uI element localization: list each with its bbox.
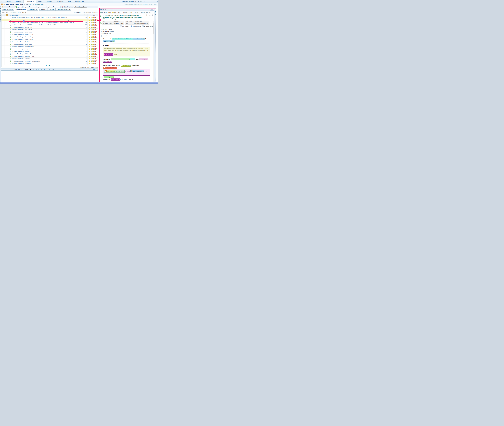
- print-icon[interactable]: [94, 53, 95, 55]
- page-number[interactable]: 10: [44, 69, 45, 70]
- nav-item-help[interactable]: ?Help: [138, 1, 142, 2]
- text-direction-icon[interactable]: [120, 26, 122, 27]
- image-icon[interactable]: [91, 39, 92, 40]
- avatar[interactable]: [144, 1, 145, 2]
- network-link[interactable]: Network: [62, 6, 68, 7]
- delete-icon[interactable]: ✕: [95, 27, 97, 28]
- nav-item-services[interactable]: Services: [129, 1, 136, 2]
- table-row[interactable]: ›-Persistent Data: Image - Fumio Kishida…: [1, 43, 98, 45]
- remove-doc-button[interactable]: [21, 6, 22, 8]
- nav-item-networks[interactable]: Networks: [44, 0, 54, 3]
- download-doc-button[interactable]: [19, 6, 21, 8]
- similarity-checkbox[interactable]: [74, 12, 76, 13]
- table-row[interactable]: ›-Persistent Data: Image - Vladimir Puti…: [1, 26, 98, 28]
- print-icon[interactable]: [94, 31, 95, 33]
- table-row[interactable]: ›-Persistent Data: Image - Frederick Kag…: [1, 33, 98, 36]
- delete-icon[interactable]: ✕: [95, 46, 97, 47]
- document-title-link[interactable]: Zelensky On Destroying Russian Su-24M: W…: [12, 17, 67, 18]
- geo-locations-button[interactable]: 13 Geo-locations: [100, 12, 111, 13]
- nav-item-apps[interactable]: Apps: [66, 0, 73, 3]
- row-expander[interactable]: ›: [1, 31, 5, 33]
- image-icon[interactable]: [91, 19, 92, 21]
- chevron-down-icon[interactable]: [157, 1, 158, 2]
- tag-icon[interactable]: [92, 61, 94, 62]
- page-size-value[interactable]: 20: [21, 69, 22, 70]
- add-documents-button[interactable]: + Add Documents: [24, 6, 36, 8]
- entity-gpe[interactable]: 2Russian (GPE): [105, 70, 116, 72]
- document-title-link[interactable]: Persistent Data: Image - Ukrainska Pravd…: [12, 56, 34, 57]
- reprocess-button[interactable]: ↺ Reprocess: [37, 6, 46, 8]
- print-icon[interactable]: [94, 48, 95, 50]
- image-icon[interactable]: [91, 29, 92, 30]
- entity-organisation[interactable]: G7 (Organisation): [111, 78, 120, 81]
- edit-icon[interactable]: [89, 46, 90, 47]
- page-number[interactable]: 2: [32, 69, 32, 70]
- document-title-header[interactable]: Document Title: [10, 14, 19, 16]
- page-number[interactable]: 4: [35, 69, 35, 70]
- row-expander[interactable]: ›: [1, 43, 5, 45]
- view-option-text-direction[interactable]: Text Direction: [120, 26, 129, 27]
- row-expander[interactable]: ›: [1, 53, 5, 55]
- document-title-link[interactable]: Persistent Data: Image - Volodymyr Zelen…: [12, 48, 35, 50]
- maximize-panel-icon[interactable]: ▣: [152, 9, 154, 10]
- edit-icon[interactable]: [89, 39, 90, 40]
- image-icon[interactable]: [91, 27, 92, 28]
- image-icon[interactable]: [91, 41, 92, 43]
- delete-icon[interactable]: ✕: [95, 29, 97, 30]
- view-option-text-references[interactable]: ✓Text References: [131, 26, 141, 27]
- aircraft-phrase-box[interactable]: 2Russian (GPE) bomber (Aircraft): [104, 70, 125, 73]
- tag-icon[interactable]: [92, 63, 94, 64]
- delete-icon[interactable]: ✕: [95, 39, 97, 40]
- document-title-link[interactable]: Persistent Data: Image - Fumio Kishida: [12, 43, 32, 45]
- tag-icon[interactable]: [92, 36, 94, 38]
- table-row[interactable]: ›-Persistent Data: Image - Chuck Schumer…: [1, 41, 98, 43]
- row-expander[interactable]: ›: [1, 28, 5, 31]
- document-title-link[interactable]: Persistent Data: Image - Ministry of Def…: [12, 53, 35, 55]
- entity-organisation[interactable]: G7 (Organisation): [104, 53, 113, 56]
- section-document-tags[interactable]: +Document Tags: [101, 33, 153, 35]
- print-icon[interactable]: [94, 27, 95, 28]
- similarity-label[interactable]: Similarity: [76, 12, 81, 13]
- tag-icon[interactable]: [92, 31, 94, 33]
- entity-gpe[interactable]: 2Ukraine (GPE): [120, 65, 131, 67]
- document-title-link[interactable]: Persistent Data: Image - Chuck Schumer: [12, 41, 33, 42]
- document-title-link[interactable]: Persistent Data: Image - Royal United Se…: [12, 61, 40, 62]
- nav-item-collections[interactable]: Collections: [23, 0, 36, 3]
- image-icon[interactable]: [91, 48, 92, 50]
- row-expander[interactable]: ›: [1, 19, 5, 21]
- breadcrumb-current[interactable]: Ukraine - Events: [35, 4, 44, 5]
- edit-icon[interactable]: [89, 48, 90, 50]
- next-page-link[interactable]: Next Page: [1, 65, 98, 67]
- print-icon[interactable]: [94, 51, 95, 52]
- chevron-down-icon[interactable]: [23, 69, 23, 70]
- table-row[interactable]: ›-Persistent Data: Image - US Congress1✕: [1, 62, 98, 65]
- left-rail-label[interactable]: Document Collections: [0, 8, 1, 21]
- edit-icon[interactable]: [89, 41, 90, 43]
- nav-item-taxonomies[interactable]: Taxonomies: [54, 0, 66, 3]
- checkbox-checked[interactable]: ✓: [131, 26, 132, 27]
- prev-document-button[interactable]: ‹: [146, 14, 147, 16]
- panel-scrollbar[interactable]: [153, 21, 154, 82]
- scroll-up-icon[interactable]: [154, 21, 154, 23]
- import-doc-button[interactable]: [17, 6, 19, 8]
- entity-location[interactable]: Australia (Location): [133, 38, 145, 40]
- row-expander[interactable]: ›: [1, 45, 5, 48]
- row-expander[interactable]: ›: [1, 36, 5, 38]
- image-icon[interactable]: [91, 24, 92, 26]
- nav-item-harvester[interactable]: Harvester: [14, 0, 23, 3]
- edit-icon[interactable]: [89, 56, 90, 57]
- entity-person[interactable]: Zelenskyy (Person): [104, 76, 114, 78]
- entity-location[interactable]: Adelaide (Location): [103, 40, 115, 42]
- print-icon[interactable]: [94, 24, 95, 26]
- print-icon[interactable]: [94, 58, 95, 59]
- delete-icon[interactable]: ✕: [95, 48, 97, 50]
- table-row[interactable]: ›-Persistent Data: Image - Kommersant1✕: [1, 50, 98, 53]
- url-text[interactable]: https://translate.google.com/translate?s…: [104, 48, 148, 53]
- section-content[interactable]: −Content: [101, 35, 153, 37]
- edit-icon[interactable]: [89, 43, 90, 45]
- edit-button[interactable]: Edit: [112, 12, 116, 13]
- page-number[interactable]: 9: [42, 69, 43, 70]
- breadcrumb-collections[interactable]: Collections: [26, 4, 32, 5]
- image-icon[interactable]: [91, 58, 92, 59]
- table-row[interactable]: ›-Persistent Data: Image - Joseph Biden1…: [1, 31, 98, 33]
